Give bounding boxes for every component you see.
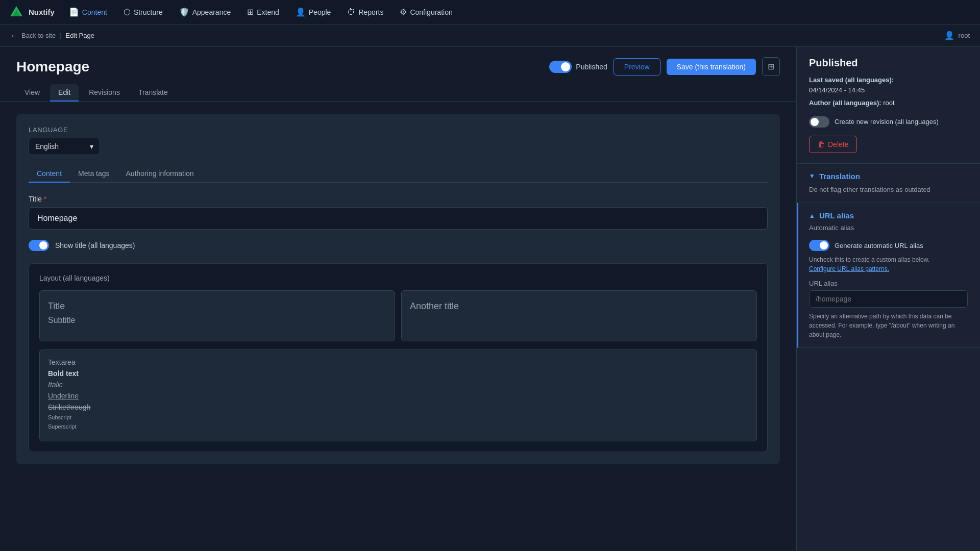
delete-button[interactable]: 🗑 Delete bbox=[809, 136, 857, 153]
last-saved-value: 04/14/2024 - 14:45 bbox=[809, 86, 865, 94]
user-icon: 👤 bbox=[944, 31, 954, 40]
main-area: Homepage Published Preview Save (this tr… bbox=[0, 47, 980, 551]
author-row: Author (all languages): root bbox=[809, 98, 968, 108]
back-to-site-link[interactable]: Back to site bbox=[21, 32, 56, 39]
content-tab-content[interactable]: Content bbox=[29, 165, 70, 183]
translation-section: ▼ Translation Do not flag other translat… bbox=[797, 164, 980, 204]
nav-item-structure[interactable]: ⬡ Structure bbox=[117, 4, 169, 20]
breadcrumb-current: Edit Page bbox=[66, 32, 94, 39]
generate-alias-row: Generate automatic URL alias bbox=[809, 240, 968, 251]
show-title-toggle[interactable] bbox=[29, 240, 49, 251]
breadcrumb-separator: | bbox=[60, 32, 61, 39]
breadcrumb-bar: ← Back to site | Edit Page 👤 root bbox=[0, 24, 980, 47]
configuration-icon: ⚙ bbox=[400, 7, 407, 17]
text-line-underline: Underline bbox=[48, 392, 748, 400]
people-icon: 👤 bbox=[296, 7, 306, 17]
nav-content-label: Content bbox=[82, 8, 107, 16]
title-input[interactable] bbox=[29, 207, 768, 230]
configure-patterns-link[interactable]: Configure URL alias patterns. bbox=[809, 265, 889, 272]
nav-appearance-label: Appearance bbox=[192, 8, 231, 16]
text-line-bold: Bold text bbox=[48, 369, 748, 378]
nav-structure-label: Structure bbox=[134, 8, 163, 16]
appearance-icon: 🛡️ bbox=[179, 7, 189, 17]
url-alias-title: URL alias bbox=[819, 211, 854, 220]
text-line-strikethrough: Strikethrough bbox=[48, 403, 748, 411]
nav-item-content[interactable]: 📄 Content bbox=[63, 4, 113, 20]
published-section-title: Published bbox=[809, 57, 968, 69]
url-alias-hint: Specify an alternative path by which thi… bbox=[809, 312, 968, 339]
last-saved-label: Last saved (all languages): bbox=[809, 76, 894, 84]
tab-view[interactable]: View bbox=[16, 84, 48, 102]
nav-item-configuration[interactable]: ⚙ Configuration bbox=[394, 4, 458, 20]
layout-cell-1-subtitle: Subtitle bbox=[48, 316, 386, 325]
create-revision-row: Create new revision (all languages) bbox=[809, 116, 968, 128]
title-field-group: Title * bbox=[29, 195, 768, 230]
url-alias-input[interactable] bbox=[809, 290, 968, 308]
app-name: Nuxtify bbox=[29, 8, 55, 16]
generate-alias-toggle[interactable] bbox=[809, 240, 829, 251]
translation-section-title: Translation bbox=[819, 172, 860, 181]
author-label: Author (all languages): bbox=[809, 99, 881, 107]
layout-cell-2-title: Another title bbox=[410, 301, 748, 312]
layout-section-title: Layout (all languages) bbox=[39, 274, 757, 282]
language-field-group: Language English ▾ bbox=[29, 126, 768, 155]
page-tabs: View Edit Revisions Translate bbox=[0, 76, 796, 102]
tab-translate[interactable]: Translate bbox=[130, 84, 176, 102]
text-line-subscript: Subscript bbox=[48, 414, 748, 420]
nav-reports-label: Reports bbox=[358, 8, 383, 16]
page-header: Homepage Published Preview Save (this tr… bbox=[0, 47, 796, 76]
text-line-textarea: Textarea bbox=[48, 358, 748, 366]
create-revision-toggle[interactable] bbox=[809, 116, 829, 128]
nav-item-extend[interactable]: ⊞ Extend bbox=[241, 4, 285, 20]
right-panel: Published Last saved (all languages): 04… bbox=[796, 47, 980, 551]
author-value: root bbox=[883, 99, 894, 107]
translation-section-desc: Do not flag other translations as outdat… bbox=[809, 185, 968, 195]
layout-section: Layout (all languages) Title Subtitle An… bbox=[29, 263, 768, 452]
layout-toggle-button[interactable]: ⊞ bbox=[762, 57, 780, 76]
tab-edit[interactable]: Edit bbox=[50, 84, 79, 102]
content-area: Language English ▾ Content Meta tags bbox=[0, 102, 796, 551]
last-saved-row: Last saved (all languages): 04/14/2024 -… bbox=[809, 75, 968, 95]
chevron-down-icon: ▾ bbox=[90, 142, 93, 151]
nav-item-people[interactable]: 👤 People bbox=[289, 4, 337, 20]
published-toggle-switch[interactable] bbox=[549, 61, 572, 73]
title-field-label: Title * bbox=[29, 195, 768, 203]
content-tab-meta[interactable]: Meta tags bbox=[70, 165, 117, 183]
published-toggle[interactable]: Published bbox=[549, 61, 607, 73]
url-alias-section: ▲ URL alias Automatic alias Generate aut… bbox=[797, 203, 980, 348]
chevron-down-icon: ▼ bbox=[809, 172, 815, 180]
generate-alias-label: Generate automatic URL alias bbox=[835, 242, 923, 249]
app-logo[interactable]: Nuxtify bbox=[8, 4, 55, 20]
nav-item-reports[interactable]: ⏱ Reports bbox=[341, 5, 389, 20]
generate-alias-desc: Uncheck this to create a custom alias be… bbox=[809, 255, 968, 273]
save-button[interactable]: Save (this translation) bbox=[667, 59, 756, 75]
language-select[interactable]: English ▾ bbox=[29, 138, 100, 155]
layout-cell-2: Another title bbox=[401, 290, 757, 341]
layout-grid: Title Subtitle Another title bbox=[39, 290, 757, 341]
show-title-label: Show title (all languages) bbox=[55, 241, 135, 249]
reports-icon: ⏱ bbox=[347, 8, 355, 17]
username: root bbox=[959, 32, 970, 39]
nav-item-appearance[interactable]: 🛡️ Appearance bbox=[173, 4, 237, 20]
structure-icon: ⬡ bbox=[124, 7, 131, 17]
nav-extend-label: Extend bbox=[257, 8, 279, 16]
preview-button[interactable]: Preview bbox=[614, 58, 660, 76]
back-arrow-icon: ← bbox=[10, 32, 17, 40]
left-panel: Homepage Published Preview Save (this tr… bbox=[0, 47, 796, 551]
form-panel: Language English ▾ Content Meta tags bbox=[16, 114, 780, 464]
content-tab-authoring[interactable]: Authoring information bbox=[118, 165, 202, 183]
content-icon: 📄 bbox=[69, 7, 79, 17]
url-alias-header[interactable]: ▲ URL alias bbox=[809, 211, 968, 220]
published-label: Published bbox=[576, 63, 607, 71]
nav-configuration-label: Configuration bbox=[410, 8, 452, 16]
create-revision-label: Create new revision (all languages) bbox=[835, 118, 939, 126]
show-title-row: Show title (all languages) bbox=[29, 240, 768, 251]
content-tabs: Content Meta tags Authoring information bbox=[29, 165, 768, 183]
translation-section-header[interactable]: ▼ Translation bbox=[809, 172, 968, 181]
layout-cell-1: Title Subtitle bbox=[39, 290, 395, 341]
trash-icon: 🗑 bbox=[818, 140, 825, 148]
text-content-area: Textarea Bold text Italic Underline Stri… bbox=[39, 349, 757, 441]
language-dropdown[interactable]: English bbox=[35, 142, 86, 151]
tab-revisions[interactable]: Revisions bbox=[81, 84, 128, 102]
url-alias-subtitle: Automatic alias bbox=[809, 224, 968, 232]
